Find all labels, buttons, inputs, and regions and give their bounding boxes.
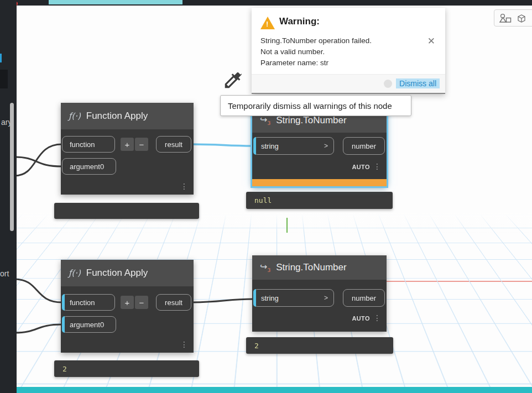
port-label: number <box>352 294 376 302</box>
status-bar <box>17 387 532 393</box>
input-port-function[interactable]: function <box>62 294 115 311</box>
node-title: Function Apply <box>86 111 148 122</box>
warning-state-bar <box>252 179 387 186</box>
eyedropper-cursor-icon <box>222 70 243 91</box>
node-title: Function Apply <box>86 268 148 279</box>
close-icon[interactable]: ✕ <box>427 35 435 46</box>
port-label: function <box>70 298 95 307</box>
warning-triangle-icon: ! <box>260 17 275 29</box>
string-tonumber-icon: ↪3 <box>260 261 270 273</box>
port-label: result <box>165 298 182 307</box>
geometry-shapes-icon[interactable] <box>499 13 512 23</box>
port-label: function <box>70 140 95 149</box>
preview-bubble-function-apply-top[interactable] <box>54 203 199 219</box>
warning-message-line: String.ToNumber operation failed. <box>260 36 372 45</box>
input-port-argument0[interactable]: argument0 <box>62 316 116 333</box>
connected-port-accent <box>253 289 256 307</box>
warning-popup-footer: Dismiss all <box>252 74 445 93</box>
dismiss-all-link[interactable]: Dismiss all <box>396 78 440 88</box>
y-axis-line <box>286 218 288 233</box>
connected-port-accent <box>253 137 256 155</box>
dynamo-workspace: null 2 2 ƒ(·) Function Apply function + … <box>0 0 532 393</box>
top-bar <box>0 0 532 6</box>
node-string-tonumber-bottom[interactable]: ↪3 String.ToNumber string > number AUTO … <box>252 255 387 332</box>
node-header[interactable]: ↪3 String.ToNumber <box>252 255 387 280</box>
node-title: String.ToNumber <box>276 115 347 126</box>
string-tonumber-icon: ↪3 <box>260 114 270 126</box>
connected-port-accent <box>62 316 65 333</box>
node-function-apply-top[interactable]: ƒ(·) Function Apply function + − result … <box>61 103 194 195</box>
node-function-apply-bottom[interactable]: ƒ(·) Function Apply function + − result … <box>61 260 194 353</box>
dismiss-hover-circle <box>384 80 392 88</box>
port-label: result <box>165 140 182 149</box>
output-port-number[interactable]: number <box>343 289 385 307</box>
remove-argument-button[interactable]: − <box>135 138 148 151</box>
input-port-argument0[interactable]: argument0 <box>62 158 116 175</box>
sidebar-item-import[interactable]: ort <box>0 269 9 278</box>
x-axis-line <box>385 281 532 282</box>
node-string-tonumber-top[interactable]: ↪3 String.ToNumber string > number AUTO … <box>252 108 387 186</box>
default-value-chevron-icon[interactable]: > <box>324 294 328 302</box>
geometry-view-toolbar <box>494 9 532 27</box>
output-port-result[interactable]: result <box>156 136 191 153</box>
input-port-function[interactable]: function <box>62 136 115 153</box>
sidebar-panel-block <box>0 70 8 88</box>
input-port-string[interactable]: string > <box>253 137 334 155</box>
sidebar-scrollbar[interactable] <box>10 103 14 231</box>
sidebar-active-accent <box>0 54 2 62</box>
progress-strip <box>49 0 182 4</box>
output-port-number[interactable]: number <box>343 137 385 155</box>
output-port-result[interactable]: result <box>156 294 191 311</box>
port-label: argument0 <box>70 321 104 329</box>
connected-port-accent <box>62 294 65 311</box>
preview-bubble-string-tonumber-bottom[interactable]: 2 <box>246 337 393 354</box>
node-header[interactable]: ƒ(·) Function Apply <box>61 260 194 286</box>
node-title: String.ToNumber <box>276 262 347 273</box>
preview-bubble-string-tonumber-top[interactable]: null <box>246 192 393 209</box>
node-options-icon[interactable]: ⋮ <box>180 182 188 190</box>
node-options-icon[interactable]: ⋮ <box>373 163 381 170</box>
port-label: string <box>261 294 279 302</box>
add-argument-button[interactable]: + <box>121 296 134 309</box>
preview-value: 2 <box>62 365 67 373</box>
preview-value: 2 <box>254 342 259 350</box>
function-apply-icon: ƒ(·) <box>69 268 81 278</box>
left-sidebar: ary ort <box>0 0 17 393</box>
function-apply-icon: ƒ(·) <box>69 111 81 121</box>
warning-message-line: Not a valid number. <box>260 48 325 56</box>
warning-message-line: Parameter name: str <box>260 59 328 67</box>
tooltip-text: Temporarily dismiss all warnings of this… <box>228 101 392 111</box>
preview-bubble-function-apply-bottom[interactable]: 2 <box>54 360 199 377</box>
add-argument-button[interactable]: + <box>121 138 134 151</box>
node-options-icon[interactable]: ⋮ <box>373 314 381 322</box>
port-label: argument0 <box>70 163 104 171</box>
input-port-string[interactable]: string > <box>253 289 334 307</box>
remove-argument-button[interactable]: − <box>135 296 148 309</box>
lacing-label[interactable]: AUTO <box>352 315 370 322</box>
node-header[interactable]: ƒ(·) Function Apply <box>61 103 194 129</box>
preview-value: null <box>254 196 272 205</box>
node-options-icon[interactable]: ⋮ <box>180 340 188 348</box>
dismiss-all-tooltip: Temporarily dismiss all warnings of this… <box>220 95 411 116</box>
warning-popup: ! Warning: ✕ String.ToNumber operation f… <box>252 8 445 94</box>
lacing-label[interactable]: AUTO <box>352 164 370 170</box>
port-label: number <box>352 142 376 150</box>
default-value-chevron-icon[interactable]: > <box>324 142 328 150</box>
port-label: string <box>261 142 279 150</box>
warning-title: Warning: <box>279 16 320 27</box>
cube-icon[interactable] <box>516 13 527 23</box>
